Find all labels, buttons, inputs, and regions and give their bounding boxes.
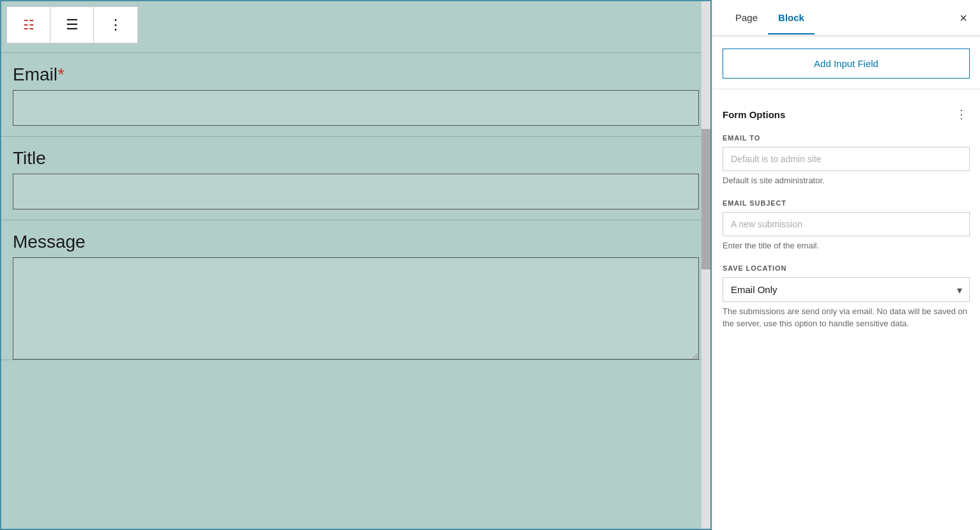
email-to-group: EMAIL TO Default is site administrator. [712, 134, 980, 199]
right-panel: Page Block × Add Input Field Form Option… [712, 0, 980, 530]
email-field-label: Email* [1, 53, 710, 90]
email-field-group: Email* [1, 53, 710, 137]
scrollbar-thumb[interactable] [701, 129, 710, 269]
title-field-group: Title [1, 137, 710, 220]
section-divider [712, 89, 980, 89]
email-subject-hint: Enter the title of the email. [723, 240, 970, 252]
tab-bar: Page Block × [712, 0, 980, 36]
save-location-select[interactable]: Email Only Database Only Email and Datab… [723, 277, 970, 302]
email-to-label: EMAIL TO [723, 134, 970, 142]
close-panel-button[interactable]: × [960, 11, 967, 24]
email-subject-input[interactable] [723, 212, 970, 236]
title-input[interactable] [13, 174, 699, 209]
save-location-group: SAVE LOCATION Email Only Database Only E… [712, 264, 980, 342]
email-to-hint: Default is site administrator. [723, 175, 970, 186]
more-options-button[interactable]: ⋮ [94, 7, 137, 43]
more-icon: ⋮ [109, 17, 123, 33]
list-icon: ☰ [66, 17, 79, 33]
block-tab[interactable]: Block [768, 2, 815, 34]
form-options-title: Form Options [723, 109, 953, 120]
form-fields-area: Email* Title Message [1, 1, 710, 529]
message-field-label: Message [1, 220, 710, 257]
grid-icon: ☷ [23, 17, 34, 33]
scrollbar-track [701, 1, 710, 529]
save-location-hint: The submissions are send only via email.… [723, 306, 970, 329]
message-textarea[interactable] [13, 257, 699, 360]
title-field-label: Title [1, 137, 710, 174]
form-options-menu-button[interactable]: ⋮ [953, 105, 970, 124]
scroll-indicator [712, 36, 980, 38]
email-subject-label: EMAIL SUBJECT [723, 199, 970, 207]
email-subject-group: EMAIL SUBJECT Enter the title of the ema… [712, 199, 980, 264]
grid-view-button[interactable]: ☷ [7, 7, 50, 43]
list-view-button[interactable]: ☰ [50, 7, 94, 43]
form-editor-panel: ☷ ☰ ⋮ Email* Title Message [0, 0, 712, 530]
save-location-select-wrapper: Email Only Database Only Email and Datab… [723, 277, 970, 302]
panel-content: Add Input Field Form Options ⋮ EMAIL TO … [712, 36, 980, 530]
add-input-field-button[interactable]: Add Input Field [723, 49, 970, 79]
required-asterisk: * [57, 64, 65, 84]
form-options-header: Form Options ⋮ [712, 100, 980, 134]
message-field-group: Message [1, 220, 710, 360]
page-tab[interactable]: Page [725, 2, 768, 34]
email-input[interactable] [13, 90, 699, 126]
save-location-label: SAVE LOCATION [723, 264, 970, 272]
block-toolbar: ☷ ☰ ⋮ [6, 6, 138, 43]
email-to-input[interactable] [723, 147, 970, 171]
